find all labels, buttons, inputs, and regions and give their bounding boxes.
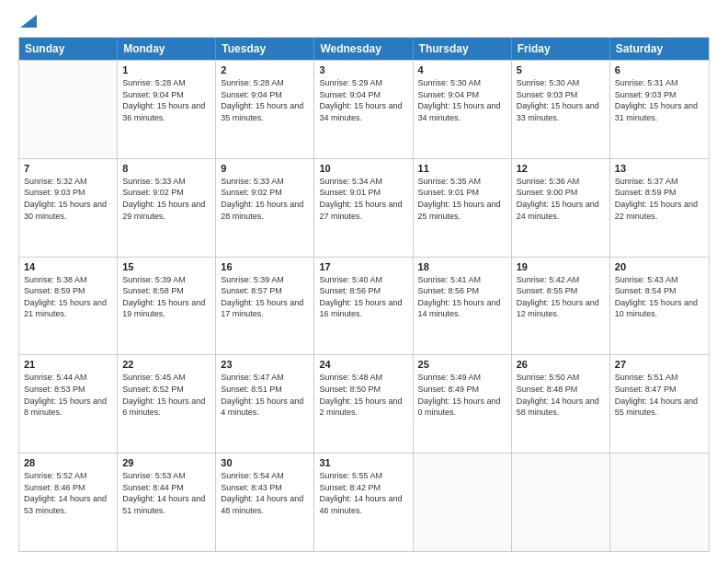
day-info: Sunrise: 5:32 AMSunset: 9:03 PMDaylight:… — [24, 176, 112, 222]
calendar-cell: 19Sunrise: 5:42 AMSunset: 8:55 PMDayligh… — [512, 258, 610, 355]
calendar-cell: 6Sunrise: 5:31 AMSunset: 9:03 PMDaylight… — [610, 61, 709, 158]
calendar-cell: 10Sunrise: 5:34 AMSunset: 9:01 PMDayligh… — [314, 159, 413, 257]
header-day-sunday: Sunday — [19, 38, 118, 60]
day-info: Sunrise: 5:51 AMSunset: 8:47 PMDaylight:… — [615, 372, 704, 418]
day-info: Sunrise: 5:30 AMSunset: 9:04 PMDaylight:… — [418, 77, 506, 123]
calendar-cell: 12Sunrise: 5:36 AMSunset: 9:00 PMDayligh… — [512, 159, 610, 257]
day-info: Sunrise: 5:34 AMSunset: 9:01 PMDaylight:… — [319, 176, 407, 222]
day-info: Sunrise: 5:33 AMSunset: 9:02 PMDaylight:… — [221, 176, 309, 222]
logo — [18, 15, 37, 28]
calendar-cell: 22Sunrise: 5:45 AMSunset: 8:52 PMDayligh… — [118, 355, 216, 453]
day-number: 22 — [122, 359, 210, 370]
calendar-cell: 18Sunrise: 5:41 AMSunset: 8:56 PMDayligh… — [414, 258, 512, 355]
calendar-cell — [414, 454, 512, 551]
day-info: Sunrise: 5:44 AMSunset: 8:53 PMDaylight:… — [24, 372, 112, 418]
calendar-cell: 25Sunrise: 5:49 AMSunset: 8:49 PMDayligh… — [414, 355, 512, 453]
day-info: Sunrise: 5:40 AMSunset: 8:56 PMDaylight:… — [319, 274, 407, 320]
day-number: 1 — [122, 64, 210, 75]
day-number: 20 — [615, 261, 704, 272]
day-info: Sunrise: 5:30 AMSunset: 9:03 PMDaylight:… — [517, 77, 605, 123]
calendar-cell: 23Sunrise: 5:47 AMSunset: 8:51 PMDayligh… — [216, 355, 314, 453]
day-info: Sunrise: 5:28 AMSunset: 9:04 PMDaylight:… — [122, 77, 210, 123]
calendar-cell: 1Sunrise: 5:28 AMSunset: 9:04 PMDaylight… — [118, 61, 216, 158]
day-number: 31 — [319, 457, 407, 468]
header-day-monday: Monday — [118, 38, 216, 60]
calendar-cell: 31Sunrise: 5:55 AMSunset: 8:42 PMDayligh… — [314, 454, 413, 551]
day-info: Sunrise: 5:45 AMSunset: 8:52 PMDaylight:… — [122, 372, 210, 418]
day-number: 19 — [517, 261, 605, 272]
day-number: 17 — [319, 261, 407, 272]
day-info: Sunrise: 5:39 AMSunset: 8:57 PMDaylight:… — [221, 274, 309, 320]
header — [18, 15, 710, 28]
day-number: 13 — [615, 163, 704, 174]
calendar-cell — [19, 61, 118, 158]
day-number: 9 — [221, 163, 309, 174]
day-number: 29 — [122, 457, 210, 468]
day-info: Sunrise: 5:29 AMSunset: 9:04 PMDaylight:… — [319, 77, 407, 123]
calendar-cell: 9Sunrise: 5:33 AMSunset: 9:02 PMDaylight… — [216, 159, 314, 257]
day-info: Sunrise: 5:31 AMSunset: 9:03 PMDaylight:… — [615, 77, 704, 123]
logo-icon — [20, 15, 37, 28]
header-day-wednesday: Wednesday — [314, 38, 413, 60]
day-number: 27 — [615, 359, 704, 370]
day-info: Sunrise: 5:41 AMSunset: 8:56 PMDaylight:… — [418, 274, 506, 320]
day-info: Sunrise: 5:33 AMSunset: 9:02 PMDaylight:… — [122, 176, 210, 222]
day-number: 10 — [319, 163, 407, 174]
calendar: SundayMondayTuesdayWednesdayThursdayFrid… — [18, 37, 710, 552]
day-number: 5 — [517, 64, 605, 75]
day-info: Sunrise: 5:52 AMSunset: 8:46 PMDaylight:… — [24, 470, 112, 516]
day-info: Sunrise: 5:42 AMSunset: 8:55 PMDaylight:… — [517, 274, 605, 320]
day-number: 15 — [122, 261, 210, 272]
day-number: 4 — [418, 64, 506, 75]
calendar-cell: 27Sunrise: 5:51 AMSunset: 8:47 PMDayligh… — [610, 355, 709, 453]
calendar-cell: 29Sunrise: 5:53 AMSunset: 8:44 PMDayligh… — [118, 454, 216, 551]
calendar-cell: 15Sunrise: 5:39 AMSunset: 8:58 PMDayligh… — [118, 258, 216, 355]
svg-marker-0 — [20, 15, 37, 28]
day-info: Sunrise: 5:55 AMSunset: 8:42 PMDaylight:… — [319, 470, 407, 516]
day-info: Sunrise: 5:54 AMSunset: 8:43 PMDaylight:… — [221, 470, 309, 516]
day-number: 16 — [221, 261, 309, 272]
calendar-cell: 28Sunrise: 5:52 AMSunset: 8:46 PMDayligh… — [19, 454, 118, 551]
header-day-thursday: Thursday — [414, 38, 512, 60]
calendar-week-3: 14Sunrise: 5:38 AMSunset: 8:59 PMDayligh… — [19, 257, 709, 355]
calendar-cell: 26Sunrise: 5:50 AMSunset: 8:48 PMDayligh… — [512, 355, 610, 453]
calendar-cell: 17Sunrise: 5:40 AMSunset: 8:56 PMDayligh… — [314, 258, 413, 355]
calendar-cell: 2Sunrise: 5:28 AMSunset: 9:04 PMDaylight… — [216, 61, 314, 158]
day-number: 7 — [24, 163, 112, 174]
calendar-cell: 11Sunrise: 5:35 AMSunset: 9:01 PMDayligh… — [414, 159, 512, 257]
calendar-cell — [610, 454, 709, 551]
page: SundayMondayTuesdayWednesdayThursdayFrid… — [0, 0, 728, 563]
calendar-cell: 3Sunrise: 5:29 AMSunset: 9:04 PMDaylight… — [314, 61, 413, 158]
day-number: 21 — [24, 359, 112, 370]
calendar-cell: 24Sunrise: 5:48 AMSunset: 8:50 PMDayligh… — [314, 355, 413, 453]
calendar-cell: 14Sunrise: 5:38 AMSunset: 8:59 PMDayligh… — [19, 258, 118, 355]
day-info: Sunrise: 5:39 AMSunset: 8:58 PMDaylight:… — [122, 274, 210, 320]
calendar-cell: 21Sunrise: 5:44 AMSunset: 8:53 PMDayligh… — [19, 355, 118, 453]
header-day-friday: Friday — [512, 38, 610, 60]
day-info: Sunrise: 5:35 AMSunset: 9:01 PMDaylight:… — [418, 176, 506, 222]
calendar-week-2: 7Sunrise: 5:32 AMSunset: 9:03 PMDaylight… — [19, 158, 709, 257]
day-number: 24 — [319, 359, 407, 370]
day-info: Sunrise: 5:48 AMSunset: 8:50 PMDaylight:… — [319, 372, 407, 418]
day-number: 2 — [221, 64, 309, 75]
day-number: 11 — [418, 163, 506, 174]
day-info: Sunrise: 5:28 AMSunset: 9:04 PMDaylight:… — [221, 77, 309, 123]
header-day-saturday: Saturday — [610, 38, 709, 60]
day-number: 12 — [517, 163, 605, 174]
day-info: Sunrise: 5:43 AMSunset: 8:54 PMDaylight:… — [615, 274, 704, 320]
calendar-cell: 7Sunrise: 5:32 AMSunset: 9:03 PMDaylight… — [19, 159, 118, 257]
day-number: 28 — [24, 457, 112, 468]
calendar-cell: 13Sunrise: 5:37 AMSunset: 8:59 PMDayligh… — [610, 159, 709, 257]
calendar-cell: 16Sunrise: 5:39 AMSunset: 8:57 PMDayligh… — [216, 258, 314, 355]
day-number: 30 — [221, 457, 309, 468]
day-info: Sunrise: 5:36 AMSunset: 9:00 PMDaylight:… — [517, 176, 605, 222]
day-number: 14 — [24, 261, 112, 272]
day-number: 3 — [319, 64, 407, 75]
day-number: 23 — [221, 359, 309, 370]
calendar-week-5: 28Sunrise: 5:52 AMSunset: 8:46 PMDayligh… — [19, 453, 709, 551]
calendar-cell — [512, 454, 610, 551]
calendar-cell: 20Sunrise: 5:43 AMSunset: 8:54 PMDayligh… — [610, 258, 709, 355]
calendar-week-1: 1Sunrise: 5:28 AMSunset: 9:04 PMDaylight… — [19, 60, 709, 158]
day-number: 26 — [517, 359, 605, 370]
calendar-cell: 8Sunrise: 5:33 AMSunset: 9:02 PMDaylight… — [118, 159, 216, 257]
